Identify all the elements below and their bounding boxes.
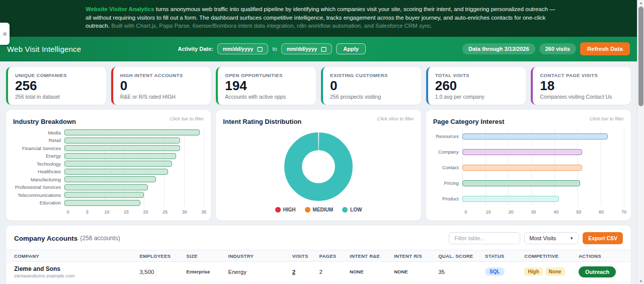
column-header: COMPETITIVE xyxy=(524,253,579,259)
gridline xyxy=(624,128,624,206)
legend-item-medium[interactable]: MEDIUM xyxy=(305,207,334,212)
size-cell: Enterprise xyxy=(186,269,228,274)
chart-hint: Click bar to filter xyxy=(590,116,624,121)
vertical-scrollbar[interactable]: ▲ ▼ xyxy=(637,0,644,284)
date-from-input[interactable]: mm/dd/yyyy xyxy=(217,43,269,54)
table-row: Brekke Inc45,000EnterpriseManufacturing2… xyxy=(6,282,631,284)
legend-label: MEDIUM xyxy=(313,207,334,212)
kpi-label: HIGH INTENT ACCOUNTS xyxy=(120,73,205,78)
table-body: Zieme and Sonsziemeandsons.example.com3,… xyxy=(6,262,631,284)
refresh-data-button[interactable]: Refresh Data xyxy=(580,42,630,55)
bar[interactable] xyxy=(64,184,148,190)
bar[interactable] xyxy=(462,196,559,202)
kpi-subtext: 256 total in dataset xyxy=(15,94,100,100)
x-tick-label: 35 xyxy=(201,209,206,215)
intent-re-cell: NONE xyxy=(350,269,394,274)
kpi-label: OPEN OPPORTUNITIES xyxy=(225,73,310,78)
bar[interactable] xyxy=(462,180,580,186)
column-header: ACTIONS xyxy=(579,253,623,259)
x-tick-label: 10 xyxy=(104,209,109,215)
kpi-subtext: Companies visiting Contact Us xyxy=(540,94,625,100)
chart-title: Industry Breakdown xyxy=(13,118,76,125)
kpi-value: 18 xyxy=(540,79,625,94)
outreach-button[interactable]: Outreach xyxy=(579,266,616,277)
column-header: SIZE xyxy=(186,253,228,259)
chart-title: Intent Rating Distribution xyxy=(223,118,301,125)
industry-cell: Energy xyxy=(228,269,292,275)
calendar-icon xyxy=(321,46,327,52)
chart-hint: Click bar to filter xyxy=(170,116,204,121)
table-controls: Most Visits ▼ Export CSV xyxy=(449,232,623,244)
column-header: INTENT R/S xyxy=(394,253,438,259)
kpi-label: UNIQUE COMPANIES xyxy=(15,73,100,78)
kpi-subtext: 1.0 avg per company xyxy=(435,94,520,100)
bar[interactable] xyxy=(64,161,172,167)
x-axis: 010203040506070 xyxy=(466,208,624,216)
x-tick-label: 40 xyxy=(553,209,558,215)
date-to-input[interactable]: mm/dd/yyyy xyxy=(281,43,333,54)
data-through-badge: Data through 3/13/2026 xyxy=(462,43,535,54)
intro-text: Website Visitor Analytics turns anonymou… xyxy=(86,5,556,30)
bar-chart-body: ResourcesCompanyContactPricingProduct010… xyxy=(433,128,624,216)
bar[interactable] xyxy=(462,149,583,155)
intent-rs-cell: NONE xyxy=(394,269,438,274)
bar-category-label: Professional Services xyxy=(13,184,61,190)
legend-item-high[interactable]: HIGH xyxy=(275,207,296,212)
x-tick-label: 30 xyxy=(531,209,536,215)
donut-legend: HIGHMEDIUMLOW xyxy=(275,207,362,212)
x-tick-label: 5 xyxy=(86,209,89,215)
legend-item-low[interactable]: LOW xyxy=(342,207,362,212)
bar[interactable] xyxy=(64,153,176,159)
bar[interactable] xyxy=(64,169,168,175)
scrollbar-thumb[interactable] xyxy=(638,7,643,106)
kpi-card: UNIQUE COMPANIES256256 total in dataset xyxy=(6,67,106,105)
visits-cell: 2 xyxy=(292,269,295,275)
bar[interactable] xyxy=(64,129,200,135)
kpi-row: UNIQUE COMPANIES256256 total in datasetH… xyxy=(0,61,637,106)
to-label: to xyxy=(272,46,277,52)
kpi-label: CONTACT PAGE VISITS xyxy=(540,73,625,78)
x-tick-label: 20 xyxy=(508,209,513,215)
kpi-value: 194 xyxy=(225,79,310,94)
bar[interactable] xyxy=(64,176,156,182)
bar[interactable] xyxy=(462,133,608,139)
apply-button[interactable]: Apply xyxy=(336,43,366,54)
page-title: Web Visit Intelligence xyxy=(7,45,81,53)
legend-dot-icon xyxy=(305,207,310,212)
x-tick-label: 50 xyxy=(576,209,581,215)
company-name: Zieme and Sons xyxy=(14,265,139,272)
company-cell: Zieme and Sonsziemeandsons.example.com xyxy=(14,265,139,278)
kpi-card: EXISTING CUSTOMERS0256 prospects visitin… xyxy=(321,67,421,105)
scroll-up-icon[interactable]: ▲ xyxy=(637,1,644,5)
column-header: INTENT R&E xyxy=(350,253,394,259)
sidebar-toggle-button[interactable]: ≡ xyxy=(0,23,10,45)
bar-category-label: Retail xyxy=(13,137,61,143)
activity-date-label: Activity Date: xyxy=(178,46,213,52)
table-filter-input[interactable] xyxy=(449,232,520,244)
export-csv-button[interactable]: Export CSV xyxy=(583,232,623,244)
column-header: EMPLOYEES xyxy=(139,253,186,259)
intro-muted: Built with Chart.js, Papa Parse, 6sense/… xyxy=(110,23,433,29)
competitive-badge: High xyxy=(524,267,542,276)
bar-category-label: Technology xyxy=(13,161,61,167)
bar[interactable] xyxy=(64,145,180,151)
scroll-down-icon[interactable]: ▼ xyxy=(637,279,644,283)
bar-category-label: Company xyxy=(433,149,459,155)
bar[interactable] xyxy=(462,165,583,171)
status-badge: SQL xyxy=(485,267,505,276)
donut-slice-low[interactable] xyxy=(293,141,344,192)
bar[interactable] xyxy=(64,192,144,198)
legend-label: HIGH xyxy=(283,207,296,212)
sort-select[interactable]: Most Visits ▼ xyxy=(524,232,579,244)
kpi-label: TOTAL VISITS xyxy=(435,73,520,78)
bar-category-label: Education xyxy=(13,200,61,205)
bar[interactable] xyxy=(64,137,180,144)
qual-score-cell: 35 xyxy=(438,269,485,275)
bar[interactable] xyxy=(64,200,140,206)
industry-breakdown-chart: MediaRetailFinancial ServicesEnergyTechn… xyxy=(13,128,204,216)
x-tick-label: 25 xyxy=(163,209,168,215)
table-subtitle: (256 accounts) xyxy=(80,235,120,242)
intent-rating-card: Intent Rating Distribution Click slice t… xyxy=(216,110,421,221)
chart-title: Page Category Interest xyxy=(433,118,505,125)
legend-dot-icon xyxy=(342,207,348,212)
